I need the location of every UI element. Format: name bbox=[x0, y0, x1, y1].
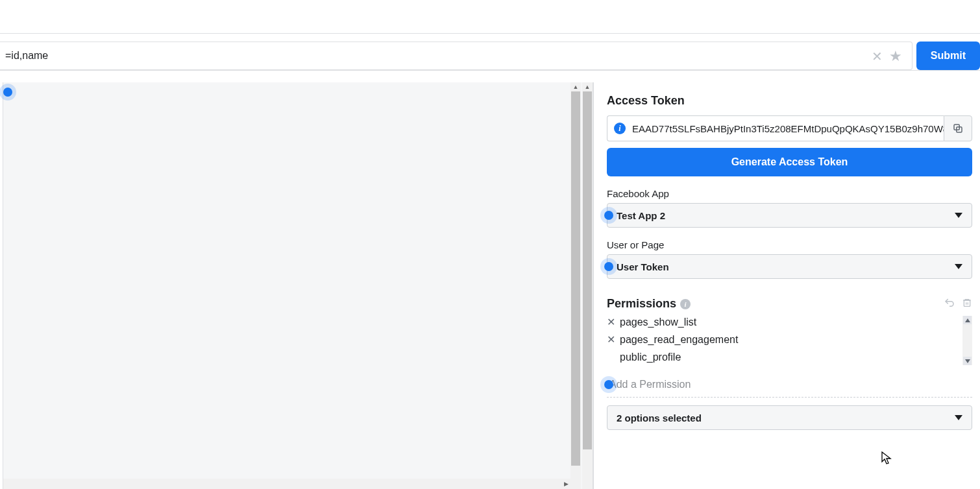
token-type-label: User or Page bbox=[607, 239, 972, 250]
access-token-value[interactable]: i EAAD77t5SLFsBAHBjyPtIn3Ti5z208EFMtDpuQ… bbox=[607, 115, 944, 141]
copy-token-button[interactable] bbox=[944, 115, 972, 141]
svg-marker-5 bbox=[965, 318, 970, 322]
permissions-list: ✕ pages_show_list ✕ pages_read_engagemen… bbox=[607, 316, 962, 363]
query-bar: ✕ ★ Submit bbox=[0, 42, 980, 71]
permissions-summary-selector[interactable]: 2 options selected bbox=[607, 405, 972, 430]
svg-marker-2 bbox=[955, 213, 962, 218]
side-panel: Access Token i EAAD77t5SLFsBAHBjyPtIn3Ti… bbox=[593, 82, 980, 489]
token-type-selector[interactable]: User Token bbox=[607, 254, 972, 279]
response-panel: ▲ ▲ ▶ bbox=[3, 82, 593, 489]
access-token-text: EAAD77t5SLFsBAHBjyPtIn3Ti5z208EFMtDpuQpQ… bbox=[632, 123, 944, 134]
horizontal-scrollbar[interactable]: ▶ bbox=[3, 479, 570, 489]
vertical-scrollbar-inner[interactable]: ▲ bbox=[570, 82, 581, 489]
access-token-heading: Access Token bbox=[607, 94, 972, 108]
divider bbox=[607, 397, 972, 398]
permission-item: ✕ public_profile bbox=[607, 351, 962, 363]
svg-rect-4 bbox=[964, 300, 970, 306]
info-icon[interactable]: i bbox=[614, 123, 626, 134]
submit-button[interactable]: Submit bbox=[916, 42, 980, 70]
chevron-down-icon bbox=[955, 264, 962, 269]
app-selector-label: Facebook App bbox=[607, 188, 972, 199]
svg-marker-7 bbox=[955, 415, 962, 420]
permissions-summary-text: 2 options selected bbox=[617, 412, 702, 423]
permissions-heading: Permissions i bbox=[607, 297, 691, 311]
app-selector[interactable]: Test App 2 bbox=[607, 203, 972, 228]
info-icon[interactable]: i bbox=[680, 299, 691, 309]
chevron-down-icon bbox=[955, 415, 962, 420]
trash-icon[interactable] bbox=[962, 297, 972, 311]
permission-name: pages_show_list bbox=[620, 316, 696, 328]
permission-item: ✕ pages_read_engagement bbox=[607, 333, 962, 346]
query-input-icons: ✕ ★ bbox=[872, 42, 902, 71]
svg-marker-3 bbox=[955, 264, 962, 269]
query-input[interactable] bbox=[0, 42, 913, 70]
token-type-value: User Token bbox=[617, 261, 669, 272]
permission-name: pages_read_engagement bbox=[620, 334, 738, 346]
permission-name: public_profile bbox=[620, 352, 681, 363]
remove-permission-icon[interactable]: ✕ bbox=[607, 333, 616, 346]
generate-token-button[interactable]: Generate Access Token bbox=[607, 148, 972, 176]
clear-icon[interactable]: ✕ bbox=[872, 49, 883, 64]
permission-item: ✕ pages_show_list bbox=[607, 316, 962, 328]
hint-dot-icon bbox=[604, 211, 613, 220]
vertical-scrollbar[interactable]: ▲ bbox=[582, 82, 593, 489]
chevron-down-icon bbox=[955, 213, 962, 218]
copy-icon bbox=[952, 123, 964, 134]
svg-marker-6 bbox=[965, 359, 970, 363]
top-toolbar-spacer bbox=[0, 0, 980, 34]
hint-dot-icon bbox=[604, 380, 613, 389]
add-permission-placeholder: Add a Permission bbox=[609, 379, 691, 390]
app-selector-value: Test App 2 bbox=[617, 210, 665, 221]
add-permission-input[interactable]: Add a Permission bbox=[607, 379, 972, 390]
favorite-star-icon[interactable]: ★ bbox=[889, 48, 902, 65]
remove-permission-icon[interactable]: ✕ bbox=[607, 316, 616, 328]
undo-icon[interactable] bbox=[944, 297, 955, 311]
hint-dot-icon bbox=[604, 262, 613, 271]
permissions-scrollbar[interactable] bbox=[962, 316, 972, 365]
